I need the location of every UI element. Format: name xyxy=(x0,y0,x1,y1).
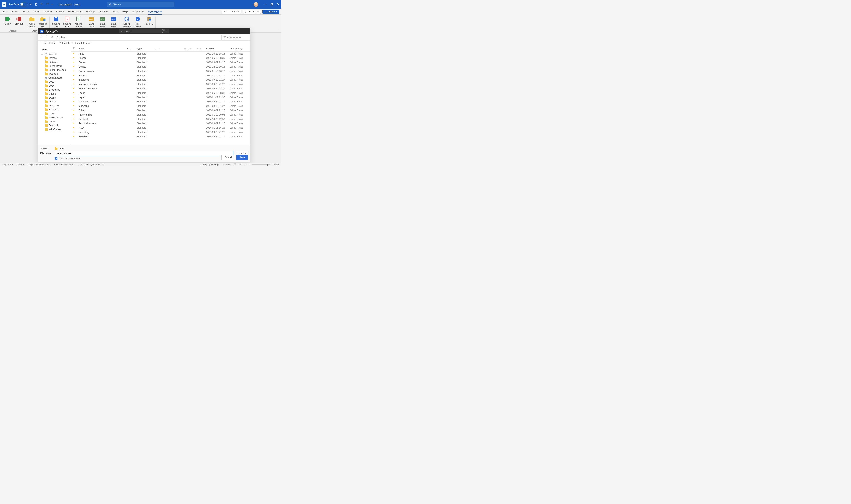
tab-synergyos[interactable]: SynergyOS xyxy=(148,10,162,15)
table-row[interactable]: ClientsStandard2024-06-19 08:30Jaime Riv… xyxy=(71,56,250,60)
view-read-mode-icon[interactable] xyxy=(239,163,242,166)
tab-design[interactable]: Design xyxy=(44,10,52,13)
table-row[interactable]: ReviewsStandard2023-09-29 21:27Jaime Riv… xyxy=(71,134,250,139)
table-row[interactable]: LeadsStandard2024-06-19 08:31Jaime Rivas xyxy=(71,91,250,95)
table-row[interactable]: DocumentationStandard2024-01-16 16:12Jai… xyxy=(71,69,250,73)
col-type[interactable]: Type ◦ xyxy=(135,46,153,52)
table-row[interactable]: Market researchStandard2023-09-29 21:27J… xyxy=(71,100,250,104)
zoom-slider[interactable] xyxy=(252,164,270,165)
sidebar-item[interactable]: 2024 xyxy=(39,84,71,88)
tab-scriptlab[interactable]: Script Lab xyxy=(132,10,144,13)
tab-help[interactable]: Help xyxy=(122,10,128,13)
view-web-layout-icon[interactable] xyxy=(244,163,247,166)
signout-button[interactable]: Sign out xyxy=(14,16,24,25)
breadcrumb[interactable]: Root xyxy=(56,36,66,39)
table-row[interactable]: DemosStandard2023-12-13 19:16Jaime Rivas xyxy=(71,65,250,69)
sidebar-item[interactable]: 2023 xyxy=(39,80,71,84)
sidebar-quick-access[interactable]: ⌄ Quick access xyxy=(39,76,71,80)
status-page[interactable]: Page 1 of 1 xyxy=(2,163,13,166)
sidebar-item[interactable]: Demos xyxy=(39,56,71,60)
tab-review[interactable]: Review xyxy=(100,10,108,13)
view-print-layout-icon[interactable] xyxy=(234,163,236,166)
find-in-tree-button[interactable]: Find this folder in folder tree xyxy=(58,42,92,44)
refresh-icon[interactable] xyxy=(51,36,54,39)
tab-layout[interactable]: Layout xyxy=(56,10,64,13)
signin-button[interactable]: Sign in xyxy=(3,16,13,25)
tab-references[interactable]: References xyxy=(68,10,81,13)
save-button[interactable]: Save xyxy=(237,155,248,160)
table-row[interactable]: Internal meetingsStandard2023-09-29 21:2… xyxy=(71,82,250,86)
table-row[interactable]: FinanceStandard2022-01-12 11:37Jaime Riv… xyxy=(71,73,250,78)
see-all-versions-button[interactable]: See All Versions xyxy=(122,16,132,28)
tell-me-input[interactable] xyxy=(113,3,172,6)
table-row[interactable]: MarketingStandard2023-09-29 21:27Jaime R… xyxy=(71,104,250,108)
tab-file[interactable]: File xyxy=(3,10,7,13)
tab-insert[interactable]: Insert xyxy=(23,10,29,13)
save-as-pdf-button[interactable]: PDF Save As PDF xyxy=(62,16,72,28)
file-name-input[interactable] xyxy=(55,151,233,156)
sidebar-item[interactable]: Jaime Rivas xyxy=(39,64,71,68)
zoom-out-icon[interactable]: − xyxy=(250,163,251,166)
table-row[interactable]: RecruitingStandard2023-09-29 21:27Jaime … xyxy=(71,130,250,134)
editing-mode-button[interactable]: Editing ▾ xyxy=(243,10,261,14)
cancel-button[interactable]: Cancel xyxy=(221,155,235,160)
zoom-in-icon[interactable]: + xyxy=(271,163,272,166)
col-modified-by[interactable]: Modified by xyxy=(228,46,250,52)
paste-id-button[interactable]: ID Paste ID xyxy=(144,16,154,28)
sidebar-recents[interactable]: ⌄ Recents xyxy=(39,52,71,56)
minimize-icon[interactable] xyxy=(264,3,266,6)
sidebar-item[interactable]: Francisco xyxy=(39,108,71,112)
zoom-value[interactable]: 110% xyxy=(274,163,279,166)
col-size[interactable]: Size xyxy=(195,46,205,52)
open-after-save-checkbox[interactable]: Open file after saving xyxy=(55,157,248,160)
sidebar-item[interactable]: Invoices xyxy=(39,72,71,76)
save-icon[interactable] xyxy=(35,3,38,6)
file-details-button[interactable]: i File Details xyxy=(133,16,143,28)
dialog-search-input[interactable] xyxy=(124,30,161,33)
save-draft-button[interactable]: Draft Save Draft xyxy=(86,16,97,28)
sidebar-item[interactable]: Decks xyxy=(39,96,71,100)
sidebar-item[interactable]: Synck xyxy=(39,120,71,124)
table-row[interactable]: Personal foldersStandard2023-09-29 21:27… xyxy=(71,121,250,126)
table-row[interactable]: OthersStandard2023-09-29 21:27Jaime Riva… xyxy=(71,108,250,112)
share-button[interactable]: Share ▾ xyxy=(262,10,279,14)
back-icon[interactable] xyxy=(40,36,42,39)
display-settings[interactable]: Display Settings xyxy=(200,163,219,166)
filter-by-name[interactable]: Filter by name xyxy=(221,35,248,40)
save-as-new-button[interactable]: Save As New xyxy=(51,16,61,28)
status-accessibility[interactable]: Accessibility: Good to go xyxy=(77,163,104,166)
tab-view[interactable]: View xyxy=(112,10,118,13)
undo-icon[interactable] xyxy=(40,3,44,6)
sidebar-item[interactable]: Tests JR xyxy=(39,124,71,127)
col-ext[interactable]: Ext. xyxy=(125,46,135,52)
collapse-ribbon-icon[interactable]: ⌃ xyxy=(277,28,279,31)
qat-more-icon[interactable]: ▾ xyxy=(51,3,53,6)
sidebar-item[interactable]: Brochures xyxy=(39,88,71,92)
close-icon[interactable] xyxy=(277,3,279,6)
table-row[interactable]: IPO Shared folderStandard2023-09-29 21:2… xyxy=(71,86,250,91)
tab-mailings[interactable]: Mailings xyxy=(86,10,95,13)
sidebar-item[interactable]: Tests JR xyxy=(39,60,71,64)
col-name[interactable]: Name↓ xyxy=(77,46,125,52)
dialog-search[interactable]: Ctrl + F xyxy=(119,29,169,34)
sidebar-item[interactable]: Clients xyxy=(39,92,71,96)
open-desktop-button[interactable]: Open Desktop xyxy=(27,16,37,28)
save-minor-button[interactable]: Minor Save Minor xyxy=(98,16,107,28)
sidebar-item[interactable]: Model xyxy=(39,112,71,115)
maximize-icon[interactable] xyxy=(271,3,273,6)
sidebar-item[interactable]: Tabor - Invoices xyxy=(39,68,71,72)
col-modified[interactable]: Modified xyxy=(205,46,228,52)
table-row[interactable]: LegalStandard2022-01-12 11:37Jaime Rivas xyxy=(71,95,250,100)
forward-icon[interactable] xyxy=(46,36,48,39)
user-avatar[interactable] xyxy=(254,2,258,7)
tab-home[interactable]: Home xyxy=(11,10,18,13)
tab-draw[interactable]: Draw xyxy=(33,10,39,13)
new-folder-button[interactable]: New folder xyxy=(40,42,55,44)
status-language[interactable]: English (United States) xyxy=(28,163,50,166)
append-to-file-button[interactable]: Append To File xyxy=(73,16,83,28)
save-major-button[interactable]: Major Save Major xyxy=(109,16,119,28)
open-web-button[interactable]: Open in Web xyxy=(38,16,48,28)
focus-mode[interactable]: Focus xyxy=(222,163,231,166)
table-row[interactable]: DecksStandard2023-09-29 21:27Jaime Rivas xyxy=(71,60,250,65)
table-row[interactable]: R&DStandard2024-01-05 16:28Jaime Rivas xyxy=(71,126,250,130)
